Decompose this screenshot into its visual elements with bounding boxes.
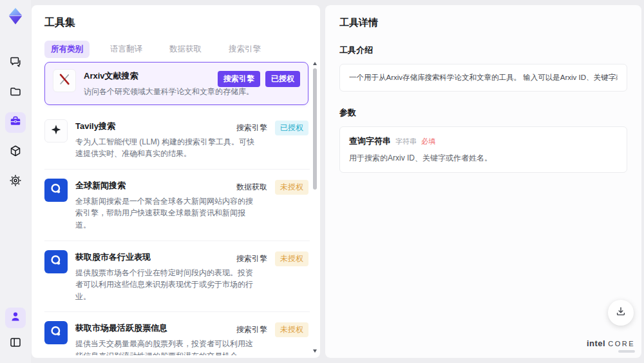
scrollbar-thumb[interactable] <box>313 68 317 190</box>
tool-collection-panel: 工具集 所有类别语言翻译数据获取搜索引擎 Arxiv文献搜索 访问各个研究领域大… <box>32 5 320 358</box>
list-scrollbar <box>312 62 318 353</box>
category-tab[interactable]: 搜索引擎 <box>222 41 267 58</box>
news-search-logo-icon <box>49 182 63 199</box>
tool-status-badge: 已授权 <box>275 121 308 135</box>
intro-text: 一个用于从Arxiv存储库搜索科学论文和文章的工具。 输入可以是Arxiv ID… <box>349 73 618 83</box>
category-tab[interactable]: 所有类别 <box>44 41 90 58</box>
param-name: 查询字符串 <box>349 135 391 147</box>
scroll-up-arrow[interactable] <box>313 62 317 65</box>
tool-desc: 提供股票市场各个行业在特定时间段内的表现。投资者可以利用这些信息来识别表现优于或… <box>75 267 254 303</box>
tool-list: Arxiv文献搜索 访问各个研究领域大量科学论文和文章的存储库。 搜索引擎 已授… <box>44 61 310 355</box>
tool-desc: 专为人工智能代理 (LLM) 构建的搜索引擎工具。可快速提供实时、准确和真实的结… <box>75 136 254 160</box>
tool-desc: 全球新闻搜索是一个聚合全球各大新闻网站内容的搜索引擎，帮助用户快速获取全球最新资… <box>75 195 254 231</box>
tool-desc: 提供当天交易量最高的股票列表，投资者可以利用这些信息来识别流动性强的股票和潜在的… <box>75 338 254 355</box>
param-required-badge: 必填 <box>421 137 435 146</box>
intel-core-logo: intel CORE <box>587 338 635 353</box>
param-desc: 用于搜索的Arxiv ID、关键字或作者姓名。 <box>349 153 618 164</box>
brand-intel-text: intel <box>587 338 605 348</box>
param-box: 查询字符串 字符串 必填 用于搜索的Arxiv ID、关键字或作者姓名。 <box>339 126 627 173</box>
download-icon <box>615 306 627 320</box>
brand-sub-mark <box>618 350 635 353</box>
brand-core-text: CORE <box>608 340 635 348</box>
tool-category-tag: 搜索引擎 <box>236 324 267 335</box>
news-search-logo-icon <box>49 253 63 270</box>
tool-status-badge: 已授权 <box>265 71 300 87</box>
tool-list-item[interactable]: 获取市场最活跃股票信息 提供当天交易量最高的股票列表，投资者可以利用这些信息来识… <box>44 312 310 355</box>
sidebar-item-tools[interactable] <box>5 112 26 133</box>
scroll-down-arrow[interactable] <box>313 349 317 353</box>
sidebar-item-chat[interactable] <box>5 53 26 74</box>
category-tabs: 所有类别语言翻译数据获取搜索引擎 <box>44 41 307 58</box>
cube-icon <box>9 144 22 160</box>
tool-category-tag: 搜索引擎 <box>218 71 260 87</box>
sidebar-item-settings[interactable] <box>5 172 26 192</box>
news-search-logo-icon <box>49 324 63 341</box>
tool-category-tag: 数据获取 <box>236 182 267 193</box>
tool-status-badge: 未授权 <box>275 251 308 266</box>
user-icon <box>9 310 22 326</box>
sidebar <box>0 0 31 363</box>
app-window: 工具集 所有类别语言翻译数据获取搜索引擎 Arxiv文献搜索 访问各个研究领域大… <box>0 0 644 363</box>
tool-list-item[interactable]: 全球新闻搜索 全球新闻搜索是一个聚合全球各大新闻网站内容的搜索引擎，帮助用户快速… <box>44 170 310 241</box>
page-title: 工具集 <box>32 5 320 30</box>
sidebar-item-collapse[interactable] <box>5 333 26 354</box>
intro-heading: 工具介绍 <box>339 44 627 56</box>
category-tab[interactable]: 语言翻译 <box>104 41 149 58</box>
params-heading: 参数 <box>339 107 627 119</box>
tool-list-item[interactable]: Tavily搜索 专为人工智能代理 (LLM) 构建的搜索引擎工具。可快速提供实… <box>44 110 310 170</box>
toolbox-icon <box>9 115 22 130</box>
sidebar-item-packages[interactable] <box>5 142 26 162</box>
tavily-sparkle-icon <box>50 124 62 138</box>
app-logo-icon <box>6 6 25 26</box>
detail-title: 工具详情 <box>339 17 627 29</box>
intro-box: 一个用于从Arxiv存储库搜索科学论文和文章的工具。 输入可以是Arxiv ID… <box>339 64 627 92</box>
chat-icon <box>9 55 22 71</box>
tool-list-item[interactable]: 获取股市各行业表现 提供股票市场各个行业在特定时间段内的表现。投资者可以利用这些… <box>44 241 310 313</box>
sidebar-item-files[interactable] <box>5 83 26 103</box>
arxiv-logo-icon <box>57 72 71 89</box>
tool-list-item[interactable]: Arxiv文献搜索 访问各个研究领域大量科学论文和文章的存储库。 搜索引擎 已授… <box>44 62 308 105</box>
sidebar-item-account[interactable] <box>5 308 26 328</box>
settings-gear-icon <box>9 174 22 190</box>
tool-category-tag: 搜索引擎 <box>236 123 267 133</box>
tool-category-tag: 搜索引擎 <box>236 253 267 264</box>
tool-detail-panel: 工具详情 工具介绍 一个用于从Arxiv存储库搜索科学论文和文章的工具。 输入可… <box>325 5 641 358</box>
tool-status-badge: 未授权 <box>275 180 308 195</box>
tool-status-badge: 未授权 <box>275 322 308 337</box>
category-tab[interactable]: 数据获取 <box>163 41 208 58</box>
panel-toggle-icon <box>9 336 22 351</box>
folder-icon <box>9 85 22 101</box>
download-button[interactable] <box>608 300 634 326</box>
param-type: 字符串 <box>395 137 417 146</box>
tool-desc: 访问各个研究领域大量科学论文和文章的存储库。 <box>84 86 263 98</box>
